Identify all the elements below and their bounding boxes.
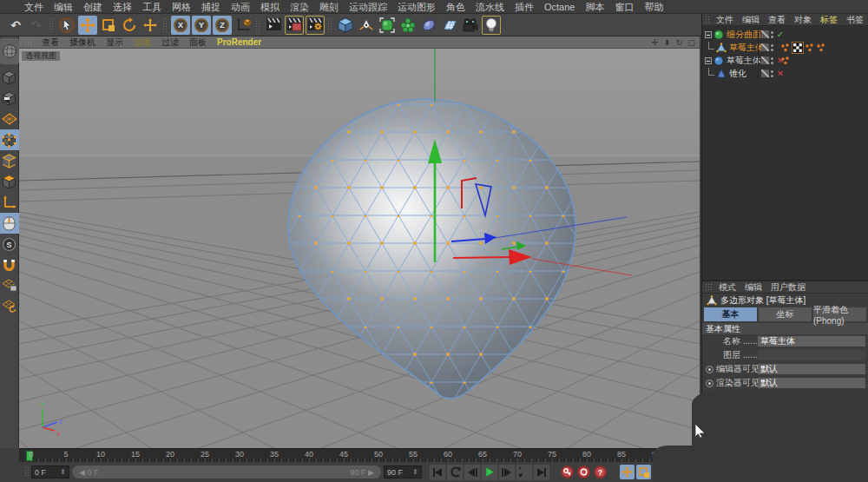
om-menu-tags[interactable]: 标签: [816, 14, 842, 26]
scale-tool-button[interactable]: [99, 16, 118, 35]
polygons-mode-button[interactable]: [0, 171, 19, 192]
frame-range-slider[interactable]: ◀ 0 F 90 F ▶: [72, 465, 381, 479]
enable-axis-button[interactable]: [0, 192, 19, 213]
enable-check-icon[interactable]: ✓: [776, 30, 785, 39]
record-scale-button[interactable]: [636, 465, 651, 479]
subdivision-surface-button[interactable]: [378, 16, 397, 35]
autokey-button[interactable]: [577, 465, 590, 479]
collapse-icon[interactable]: [705, 57, 712, 64]
edges-mode-button[interactable]: [0, 150, 19, 171]
stepper-icon[interactable]: ⬍: [412, 468, 418, 476]
vp-menu-filter[interactable]: 过滤: [156, 36, 184, 49]
menu-script[interactable]: 脚本: [580, 0, 609, 14]
vp-menu-panel[interactable]: 面板: [184, 36, 212, 49]
timeline-ruler[interactable]: 051015202530354045505560657075808590: [19, 448, 694, 462]
menu-snap[interactable]: 捕捉: [196, 0, 226, 14]
menu-motion-tracker[interactable]: 运动跟踪: [344, 0, 392, 14]
primitive-cube-button[interactable]: [336, 16, 355, 35]
scene-light-button[interactable]: [482, 16, 501, 35]
object-name[interactable]: 细分曲面: [727, 29, 761, 41]
scene-3d[interactable]: Y Z X: [19, 49, 700, 448]
magnet-snap-button[interactable]: [0, 254, 19, 275]
am-menu-userdata[interactable]: 用户数据: [766, 281, 810, 294]
vp-menu-options[interactable]: 选项: [128, 36, 156, 49]
object-row[interactable]: 草莓主体: [702, 41, 868, 54]
object-row[interactable]: 草莓主体 ✕: [702, 54, 868, 67]
menu-mesh[interactable]: 网格: [167, 0, 196, 14]
renderer-visible-dropdown[interactable]: 默认: [758, 378, 865, 388]
visibility-dots-icon[interactable]: [771, 70, 773, 77]
lock-x-axis-button[interactable]: X: [171, 16, 190, 35]
radio-icon[interactable]: [706, 380, 713, 387]
vp-menu-display[interactable]: 显示: [101, 36, 128, 49]
panel-grip-icon[interactable]: [705, 16, 710, 23]
layer-toggle-icon[interactable]: [761, 43, 769, 51]
next-key-button[interactable]: [499, 465, 515, 480]
menu-edit[interactable]: 编辑: [49, 0, 78, 14]
prev-key-button[interactable]: [464, 465, 480, 480]
layer-toggle-icon[interactable]: [761, 30, 769, 38]
goto-end-button[interactable]: [534, 465, 549, 480]
am-menu-mode[interactable]: 模式: [714, 281, 740, 294]
object-name[interactable]: 草莓主体: [727, 55, 761, 67]
rotate-icon[interactable]: ↻: [674, 38, 684, 47]
deformer-button[interactable]: [419, 16, 438, 35]
render-picture-viewer-button[interactable]: [285, 16, 304, 35]
scene-floor-button[interactable]: [440, 16, 459, 35]
menu-octane[interactable]: Octane: [539, 0, 580, 14]
collapse-icon[interactable]: [705, 31, 712, 38]
point-selection-tag-icon[interactable]: [780, 56, 791, 66]
redo-button[interactable]: ↷: [27, 16, 46, 35]
vp-menu-prorender[interactable]: ProRender: [212, 36, 266, 49]
visibility-dots-icon[interactable]: [771, 57, 773, 64]
spline-pen-button[interactable]: [357, 16, 376, 35]
menu-window[interactable]: 窗口: [609, 0, 639, 14]
menu-simulate[interactable]: 模拟: [255, 0, 285, 14]
point-selection-tag-icon[interactable]: [780, 43, 791, 53]
enable-check-icon[interactable]: ✕: [776, 69, 785, 78]
make-editable-button[interactable]: [0, 38, 19, 64]
keyframe-selection-button[interactable]: ?: [594, 465, 607, 479]
panel-grip-icon[interactable]: [24, 38, 33, 46]
modeling-object-button[interactable]: [398, 16, 418, 35]
model-mode-button[interactable]: [0, 67, 19, 88]
record-keyframe-button[interactable]: [561, 465, 574, 479]
visibility-dots-icon[interactable]: [771, 44, 773, 51]
om-menu-edit[interactable]: 编辑: [738, 14, 764, 26]
object-row[interactable]: 细分曲面 ✓: [702, 28, 868, 41]
texture-mode-button[interactable]: [0, 88, 19, 109]
viewport-canvas[interactable]: 透视视图: [19, 49, 700, 448]
tab-basic[interactable]: 基本: [704, 307, 757, 321]
om-menu-bookmarks[interactable]: 书签: [842, 14, 868, 26]
menu-plugins[interactable]: 插件: [510, 0, 539, 14]
end-frame-field[interactable]: 90 F ⬍: [384, 465, 422, 479]
layer-toggle-icon[interactable]: [761, 69, 769, 77]
menu-create[interactable]: 创建: [78, 0, 108, 14]
maximize-icon[interactable]: ▢: [687, 38, 696, 47]
menu-help[interactable]: 帮助: [639, 0, 668, 14]
om-menu-objects[interactable]: 对象: [790, 14, 816, 26]
object-name[interactable]: 锥化: [729, 68, 746, 80]
zoom-icon[interactable]: ⬍: [662, 38, 672, 47]
viewport-label[interactable]: 透视视图: [21, 50, 61, 62]
move-tool-button[interactable]: [78, 16, 97, 35]
render-view-button[interactable]: [264, 16, 283, 35]
visibility-dots-icon[interactable]: [771, 31, 773, 38]
tab-coordinates[interactable]: 坐标: [759, 307, 812, 321]
menu-animate[interactable]: 动画: [226, 0, 255, 14]
rotate-tool-button[interactable]: [120, 16, 139, 35]
workplane-mode-button[interactable]: [0, 109, 19, 129]
play-reverse-button[interactable]: [447, 465, 463, 480]
object-row[interactable]: 锥化 ✕: [702, 67, 868, 80]
coordinate-system-button[interactable]: [233, 16, 253, 35]
panel-grip-icon[interactable]: [705, 283, 713, 291]
scene-camera-button[interactable]: [461, 16, 480, 35]
render-settings-button[interactable]: [306, 16, 325, 35]
x-axis-handle[interactable]: [453, 257, 510, 258]
point-selection-tag-icon[interactable]: [816, 43, 826, 53]
snap-settings-button[interactable]: S: [0, 234, 19, 254]
lock-y-axis-button[interactable]: Y: [192, 16, 211, 35]
menu-tools[interactable]: 工具: [137, 0, 167, 14]
point-selection-tag-icon[interactable]: [805, 43, 815, 53]
vp-menu-cameras[interactable]: 摄像机: [64, 36, 101, 49]
